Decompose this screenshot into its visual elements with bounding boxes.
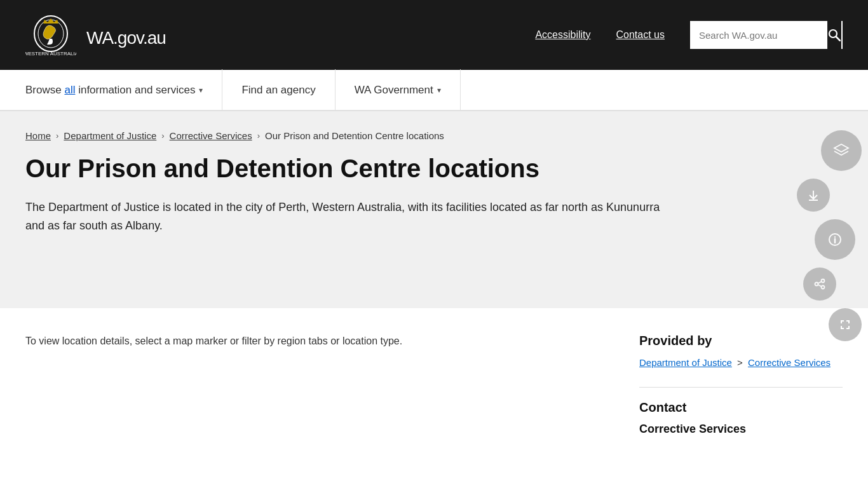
svg-line-5 [836,37,840,41]
layers-icon [833,142,850,159]
breadcrumb-dept[interactable]: Department of Justice [64,130,156,141]
svg-text:WESTERN AUSTRALIA: WESTERN AUSTRALIA [25,51,76,57]
svg-point-13 [822,286,825,289]
nav-find-agency[interactable]: Find an agency [222,69,335,111]
map-btn-row-4 [803,268,836,301]
map-btn-row-3 [815,219,855,260]
contact-heading: Contact [639,387,843,415]
site-header: WESTERN AUSTRALIA WA.gov.au Accessibilit… [0,0,868,70]
svg-point-11 [834,236,836,238]
breadcrumb: Home › Department of Justice › Correctiv… [25,130,843,141]
chevron-down-icon: ▾ [199,86,203,95]
page-description: The Department of Justice is located in … [25,198,661,235]
hero-section: Home › Department of Justice › Correctiv… [0,111,868,308]
chevron-down-icon-2: ▾ [437,86,441,95]
breadcrumb-sep-2: › [161,131,164,140]
nav-browse-label: Browse all information and services [25,84,195,97]
map-info-button[interactable] [815,219,855,260]
breadcrumb-sep-3: › [257,131,260,140]
map-extra-button[interactable] [829,308,862,341]
map-layers-button[interactable] [821,130,862,171]
agency-arrow: > [737,357,743,368]
accessibility-link[interactable]: Accessibility [535,29,590,41]
nav-find-agency-label: Find an agency [241,84,315,97]
expand-icon [839,318,851,331]
breadcrumb-current: Our Prison and Detention Centre location… [265,130,444,141]
main-nav: Browse all information and services ▾ Fi… [0,70,868,111]
svg-line-15 [818,281,822,283]
nav-browse[interactable]: Browse all information and services ▾ [25,69,222,111]
breadcrumb-corrective[interactable]: Corrective Services [170,130,252,141]
breadcrumb-sep-1: › [56,131,58,140]
contact-link[interactable]: Contact us [616,29,665,41]
contact-agency: Corrective Services [639,423,843,436]
main-content: To view location details, select a map m… [0,308,868,461]
nav-wa-government[interactable]: WA Government ▾ [336,69,461,111]
search-icon [828,29,841,41]
search-box [690,21,843,49]
map-share-button[interactable] [803,268,836,301]
svg-point-14 [815,283,818,286]
map-btn-row-5 [829,308,862,341]
share-icon [813,278,826,290]
content-left: To view location details, select a map m… [25,334,614,436]
dept-justice-link[interactable]: Department of Justice [639,357,732,368]
header-logo-area: WESTERN AUSTRALIA WA.gov.au [25,10,166,60]
breadcrumb-home[interactable]: Home [25,130,51,141]
map-download-button[interactable] [797,179,830,212]
download-icon [807,189,820,201]
search-input[interactable] [691,22,827,48]
svg-line-16 [818,285,822,287]
map-btn-row-1 [821,130,868,171]
location-instructions: To view location details, select a map m… [25,334,614,349]
svg-point-12 [822,280,825,283]
search-button[interactable] [827,21,841,49]
site-logo-text[interactable]: WA.gov.au [86,20,166,50]
map-btn-row-2 [797,179,830,212]
nav-wa-government-label: WA Government [355,84,433,97]
wa-shield-logo: WESTERN AUSTRALIA [25,10,76,60]
info-icon [828,233,842,247]
svg-marker-6 [834,144,848,152]
agency-links: Department of Justice > Corrective Servi… [639,357,843,368]
corrective-services-link[interactable]: Corrective Services [748,357,831,368]
content-right: Provided by Department of Justice > Corr… [639,334,843,436]
page-title: Our Prison and Detention Centre location… [25,154,629,183]
map-controls [797,130,868,341]
header-nav-area: Accessibility Contact us [535,21,843,49]
